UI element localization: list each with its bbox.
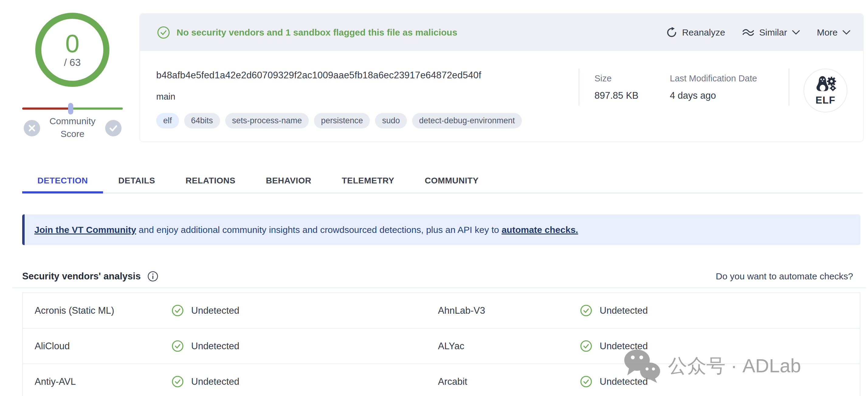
automate-checks-link[interactable]: automate checks. bbox=[501, 225, 578, 235]
status-label: Undetected bbox=[600, 376, 648, 387]
tab-detection[interactable]: DETECTION bbox=[22, 169, 103, 193]
vendor-name: Acronis (Static ML) bbox=[23, 305, 172, 316]
filetype-label: ELF bbox=[815, 94, 835, 106]
tab-behavior[interactable]: BEHAVIOR bbox=[251, 169, 327, 193]
file-tag[interactable]: sets-process-name bbox=[225, 113, 309, 128]
status-label: Undetected bbox=[191, 376, 240, 387]
file-summary-card: No security vendors and 1 sandbox flagge… bbox=[140, 13, 863, 141]
filetype-badge: ELF bbox=[804, 69, 847, 112]
detections-total: / 63 bbox=[64, 57, 81, 68]
undetected-check-icon bbox=[580, 340, 592, 352]
divider bbox=[12, 287, 866, 288]
check-circle-icon bbox=[105, 120, 122, 136]
reanalyze-button[interactable]: Reanalyze bbox=[666, 27, 725, 38]
vendor-name: AliCloud bbox=[23, 341, 172, 352]
status-label: Undetected bbox=[191, 305, 240, 316]
verdict-message: No security vendors and 1 sandbox flagge… bbox=[177, 27, 457, 38]
file-size: Size 897.85 KB bbox=[594, 73, 639, 101]
verdict-check-icon bbox=[157, 26, 170, 39]
slider-positive-segment bbox=[70, 107, 123, 110]
community-score-slider-handle[interactable] bbox=[68, 103, 73, 114]
status-label: Undetected bbox=[600, 341, 648, 352]
join-community-banner: Join the VT Community and enjoy addition… bbox=[22, 214, 860, 245]
last-modification-date: Last Modification Date 4 days ago bbox=[670, 73, 757, 101]
file-details: b48afb4e5fed1a42e2d60709329f2ac1009aae5f… bbox=[140, 51, 863, 141]
analysis-section-header: Security vendors' analysis Do you want t… bbox=[22, 268, 853, 285]
tab-community[interactable]: COMMUNITY bbox=[409, 169, 494, 193]
undetected-check-icon bbox=[172, 304, 184, 317]
similar-icon bbox=[742, 29, 754, 36]
verdict-strip: No security vendors and 1 sandbox flagge… bbox=[140, 14, 863, 51]
undetected-check-icon bbox=[580, 375, 592, 388]
file-tag[interactable]: 64bits bbox=[184, 113, 220, 128]
info-icon[interactable] bbox=[147, 271, 158, 282]
more-button[interactable]: More bbox=[817, 27, 850, 38]
vendor-name: AhnLab-V3 bbox=[438, 305, 580, 316]
file-tags: elf64bitssets-process-namepersistencesud… bbox=[156, 113, 522, 128]
tab-relations[interactable]: RELATIONS bbox=[170, 169, 250, 193]
vendor-analysis-table: Acronis (Static ML) Undetected AhnLab-V3… bbox=[22, 292, 860, 396]
vote-harmless-button[interactable] bbox=[105, 120, 122, 136]
vote-malicious-button[interactable] bbox=[24, 120, 40, 136]
automate-checks-question[interactable]: Do you want to automate checks? bbox=[716, 271, 853, 282]
reanalyze-icon bbox=[666, 27, 677, 38]
vendor-name: Arcabit bbox=[438, 376, 580, 387]
tab-telemetry[interactable]: TELEMETRY bbox=[327, 169, 409, 193]
chevron-down-icon bbox=[792, 30, 800, 35]
chevron-down-icon bbox=[842, 30, 850, 35]
status-label: Undetected bbox=[191, 341, 240, 352]
file-tag[interactable]: detect-debug-environment bbox=[412, 113, 522, 128]
virustotal-file-report: 0 / 63 Community Score No securit bbox=[0, 0, 868, 396]
file-tag[interactable]: sudo bbox=[375, 113, 407, 128]
undetected-check-icon bbox=[580, 304, 592, 317]
detection-score-ring: 0 / 63 bbox=[35, 13, 110, 87]
vendor-name: Antiy-AVL bbox=[23, 376, 172, 387]
detections-count: 0 bbox=[65, 31, 80, 56]
table-row: Antiy-AVL Undetected Arcabit Undetected bbox=[23, 364, 860, 396]
analysis-title: Security vendors' analysis bbox=[22, 271, 141, 282]
similar-button[interactable]: Similar bbox=[742, 27, 800, 38]
file-name: main bbox=[156, 92, 175, 102]
join-banner-text: and enjoy additional community insights … bbox=[136, 225, 501, 235]
status-label: Undetected bbox=[600, 305, 648, 316]
file-hash: b48afb4e5fed1a42e2d60709329f2ac1009aae5f… bbox=[156, 70, 482, 81]
file-tag[interactable]: persistence bbox=[314, 113, 370, 128]
vendor-name: ALYac bbox=[438, 341, 580, 352]
join-vt-community-link[interactable]: Join the VT Community bbox=[34, 225, 136, 235]
slider-negative-segment bbox=[22, 107, 70, 110]
divider bbox=[579, 69, 579, 106]
tabs: DETECTIONDETAILSRELATIONSBEHAVIORTELEMET… bbox=[22, 169, 863, 193]
divider bbox=[789, 69, 789, 106]
file-tag[interactable]: elf bbox=[156, 113, 179, 128]
x-circle-icon bbox=[24, 120, 40, 136]
linux-penguin-gear-icon bbox=[814, 75, 837, 95]
table-row: AliCloud Undetected ALYac Undetected bbox=[23, 329, 860, 364]
table-row: Acronis (Static ML) Undetected AhnLab-V3… bbox=[23, 293, 860, 329]
undetected-check-icon bbox=[172, 375, 184, 388]
undetected-check-icon bbox=[172, 340, 184, 352]
tab-details[interactable]: DETAILS bbox=[103, 169, 170, 193]
